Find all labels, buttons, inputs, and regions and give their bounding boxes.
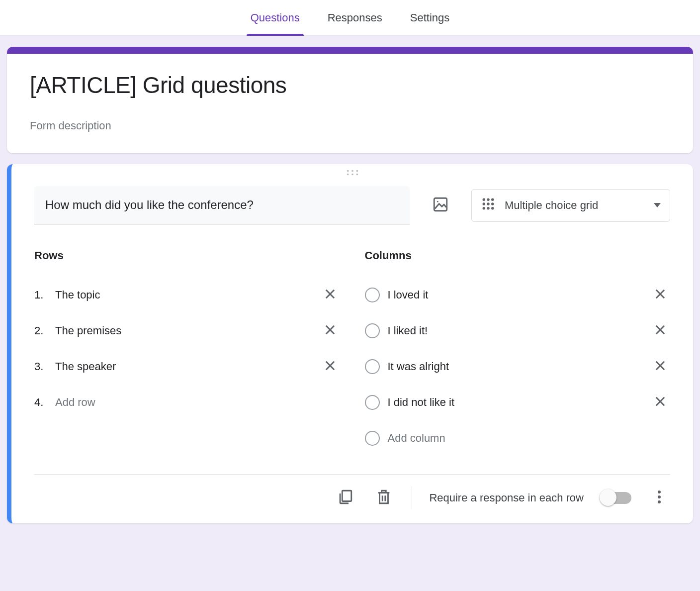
- tab-bar: Questions Responses Settings: [0, 0, 700, 36]
- svg-point-19: [658, 495, 661, 498]
- radio-icon: [365, 323, 380, 338]
- svg-point-0: [347, 170, 349, 172]
- svg-point-7: [437, 200, 438, 202]
- question-card: Multiple choice grid Rows 1. The topic 2…: [7, 164, 693, 523]
- add-column-placeholder: Add column: [388, 432, 671, 445]
- remove-column-button[interactable]: [650, 357, 670, 377]
- remove-column-button[interactable]: [650, 285, 670, 305]
- trash-icon: [375, 489, 392, 507]
- svg-point-14: [483, 207, 486, 210]
- kebab-icon: [657, 490, 661, 506]
- question-type-label: Multiple choice grid: [505, 199, 645, 212]
- form-description[interactable]: Form description: [30, 119, 670, 132]
- row-number: 4.: [34, 396, 47, 409]
- radio-icon: [365, 288, 380, 302]
- add-column-item[interactable]: Add column: [365, 420, 671, 456]
- chevron-down-icon: [654, 203, 661, 207]
- row-label[interactable]: The speaker: [55, 360, 312, 373]
- form-title[interactable]: [ARTICLE] Grid questions: [30, 72, 670, 98]
- radio-icon: [365, 359, 380, 374]
- question-footer: Require a response in each row: [34, 475, 670, 509]
- svg-point-9: [487, 198, 490, 201]
- close-icon: [653, 394, 667, 410]
- row-number: 3.: [34, 360, 47, 373]
- question-type-select[interactable]: Multiple choice grid: [471, 189, 670, 222]
- columns-heading: Columns: [365, 249, 671, 262]
- row-item: 1. The topic: [34, 277, 340, 313]
- column-label[interactable]: I liked it!: [388, 324, 643, 337]
- radio-icon: [365, 431, 380, 446]
- column-item: It was alright: [365, 349, 671, 385]
- svg-point-5: [356, 174, 358, 176]
- close-icon: [323, 359, 337, 375]
- row-number: 2.: [34, 324, 47, 337]
- row-label[interactable]: The premises: [55, 324, 312, 337]
- row-item: 2. The premises: [34, 313, 340, 349]
- column-label[interactable]: It was alright: [388, 360, 643, 373]
- delete-button[interactable]: [373, 487, 395, 509]
- column-label[interactable]: I did not like it: [388, 396, 643, 409]
- tab-responses[interactable]: Responses: [324, 0, 386, 35]
- row-number: 1.: [34, 289, 47, 301]
- svg-point-3: [347, 174, 349, 176]
- question-title-input[interactable]: [34, 186, 410, 224]
- svg-point-15: [487, 207, 490, 210]
- column-item: I liked it!: [365, 313, 671, 349]
- column-label[interactable]: I loved it: [388, 289, 643, 301]
- radio-icon: [365, 395, 380, 410]
- svg-point-18: [658, 491, 661, 493]
- close-icon: [323, 323, 337, 339]
- column-item: I did not like it: [365, 385, 671, 420]
- require-label: Require a response in each row: [429, 492, 584, 504]
- svg-point-1: [351, 170, 353, 172]
- remove-row-button[interactable]: [320, 321, 340, 341]
- drag-handle-icon[interactable]: [34, 164, 670, 186]
- svg-point-12: [487, 202, 490, 205]
- row-label[interactable]: The topic: [55, 289, 312, 301]
- column-item: I loved it: [365, 277, 671, 313]
- remove-row-button[interactable]: [320, 357, 340, 377]
- svg-point-10: [491, 198, 494, 201]
- svg-point-4: [351, 174, 353, 176]
- image-icon: [432, 196, 449, 215]
- duplicate-icon: [337, 489, 353, 507]
- require-toggle[interactable]: [601, 492, 631, 504]
- more-options-button[interactable]: [648, 487, 670, 509]
- close-icon: [653, 359, 667, 375]
- tab-settings[interactable]: Settings: [406, 0, 454, 35]
- separator: [412, 487, 412, 509]
- add-image-button[interactable]: [428, 193, 453, 218]
- add-row-placeholder: Add row: [55, 396, 340, 409]
- close-icon: [653, 287, 667, 303]
- close-icon: [653, 323, 667, 339]
- rows-section: Rows 1. The topic 2. The premises: [34, 249, 340, 456]
- form-header-card: [ARTICLE] Grid questions Form descriptio…: [7, 47, 693, 153]
- tab-questions[interactable]: Questions: [247, 0, 304, 35]
- duplicate-button[interactable]: [334, 487, 356, 509]
- grid-icon: [481, 197, 496, 214]
- svg-point-8: [483, 198, 486, 201]
- remove-column-button[interactable]: [650, 321, 670, 341]
- svg-point-13: [491, 202, 494, 205]
- add-row-item[interactable]: 4. Add row: [34, 385, 340, 420]
- rows-heading: Rows: [34, 249, 340, 262]
- svg-point-16: [491, 207, 494, 210]
- remove-column-button[interactable]: [650, 393, 670, 412]
- svg-point-20: [658, 500, 661, 503]
- row-item: 3. The speaker: [34, 349, 340, 385]
- svg-point-11: [483, 202, 486, 205]
- svg-rect-17: [343, 491, 351, 501]
- remove-row-button[interactable]: [320, 285, 340, 305]
- columns-section: Columns I loved it I liked it!: [365, 249, 671, 456]
- svg-point-2: [356, 170, 358, 172]
- close-icon: [323, 287, 337, 303]
